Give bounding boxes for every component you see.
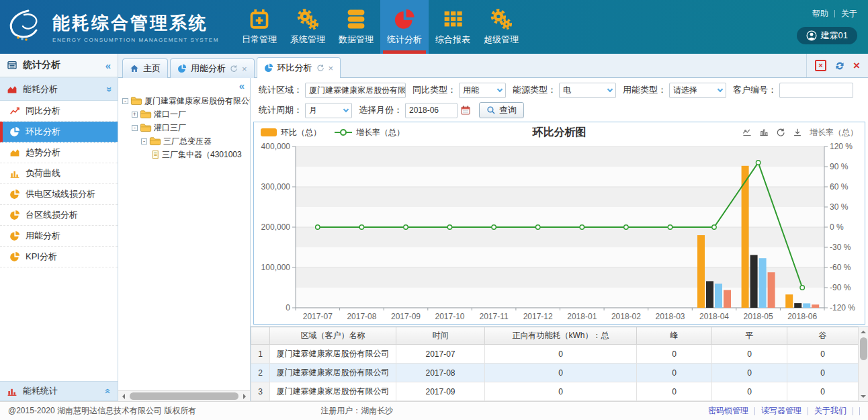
tree-node-三厂集中器（4301003[interactable]: 三厂集中器（4301003 [118, 148, 250, 161]
tree-toggle-icon[interactable]: - [141, 138, 147, 144]
scrollbar-thumb[interactable] [860, 337, 867, 360]
table-header[interactable]: 峰 [637, 327, 712, 345]
restore-icon[interactable] [776, 128, 785, 137]
period-select[interactable]: 月 [305, 103, 352, 118]
scrollbar-thumb[interactable] [130, 392, 238, 400]
sidebar-item-label: 用能分析 [26, 230, 60, 242]
nav-item-统计分析[interactable]: 统计分析 [380, 0, 429, 54]
tab-环比分析[interactable]: 环比分析× [257, 57, 341, 78]
nav-label: 数据管理 [339, 34, 374, 46]
legend-swatch [335, 132, 352, 133]
bar-chart-icon [9, 168, 20, 179]
switch-to-bar-icon[interactable] [759, 128, 769, 137]
month-label: 选择月份： [359, 104, 402, 116]
tree-node-厦门建霖健康家居股份有限公司[interactable]: -厦门建霖健康家居股份有限公司 [118, 94, 250, 108]
collapse-tree-icon[interactable]: « [239, 80, 245, 91]
tree-node-灌口一厂[interactable]: +灌口一厂 [118, 108, 250, 121]
sidebar-header: 统计分析 « [0, 54, 118, 78]
tab-refresh-icon[interactable] [230, 65, 238, 73]
nav-item-数据管理[interactable]: 数据管理 [332, 0, 380, 54]
close-tab-icon[interactable]: × [853, 60, 860, 71]
nav-item-系统管理[interactable]: 系统管理 [284, 0, 332, 54]
help-link[interactable]: 帮助 [812, 8, 828, 19]
table-row[interactable]: 1厦门建霖健康家居股份有限公司2017-070000 [251, 345, 859, 364]
tab-close-icon[interactable]: × [329, 64, 334, 73]
table-header[interactable]: 平 [712, 327, 787, 345]
content: 主页用能分析×环比分析× × × « -厦门建霖健康家居股份有限公司+灌口一厂-… [118, 54, 868, 401]
legend-swatch [261, 128, 277, 136]
gears-icon [296, 8, 320, 30]
tab-close-icon[interactable]: × [242, 65, 247, 73]
svg-text:30 %: 30 % [830, 202, 849, 212]
footer-link-密码锁管理[interactable]: 密码锁管理 [708, 405, 748, 417]
tree-panel: « -厦门建霖健康家居股份有限公司+灌口一厂-灌口三厂-三厂总变压器三厂集中器（… [118, 78, 251, 401]
tree-horizontal-scrollbar[interactable] [118, 390, 250, 401]
svg-text:2017-11: 2017-11 [480, 312, 509, 321]
table-header[interactable]: 时间 [396, 327, 485, 345]
table-row[interactable]: 3厦门建霖健康家居股份有限公司2017-090000 [251, 382, 859, 401]
sidebar-item-label: 同比分析 [26, 105, 60, 117]
switch-to-line-icon[interactable] [742, 128, 752, 137]
tree-node-三厂总变压器[interactable]: -三厂总变压器 [118, 134, 250, 148]
svg-text:0: 0 [286, 303, 290, 312]
sidebar-item-KPI分析[interactable]: KPI分析 [0, 247, 118, 267]
nav-item-超级管理[interactable]: 超级管理 [477, 0, 525, 54]
footer-link-读写器管理[interactable]: 读写器管理 [761, 405, 801, 417]
gears-icon [489, 8, 513, 30]
scroll-left-arrow[interactable] [118, 391, 128, 401]
user-menu[interactable]: 建霖01 [797, 27, 857, 44]
sidebar-item-台区线损分析[interactable]: 台区线损分析 [0, 205, 118, 226]
footer-link-关于我们[interactable]: 关于我们 [814, 405, 847, 417]
sidebar-item-环比分析[interactable]: 环比分析 [0, 122, 118, 142]
tab-主页[interactable]: 主页 [122, 58, 168, 78]
table-header[interactable]: 正向有功能耗（kWh）：总 [485, 327, 637, 345]
usage-type-select[interactable]: 请选择 [669, 83, 726, 98]
tree-toggle-icon[interactable]: - [122, 98, 128, 104]
month-input[interactable]: 2018-06 [405, 103, 458, 118]
sidebar-item-趋势分析[interactable]: 趋势分析 [0, 142, 118, 163]
folder-icon [140, 123, 152, 132]
footer: @2015-2020 湖南慧明达信息技术有限公司 版权所有 注册用户：湖南长沙 … [0, 401, 868, 420]
tree-toggle-icon[interactable]: + [132, 112, 138, 118]
document-icon [150, 150, 160, 159]
save-image-icon[interactable] [793, 128, 802, 137]
sidebar-group-energy-stats[interactable]: 能耗统计 « [0, 381, 118, 401]
tab-refresh-icon[interactable] [316, 64, 324, 72]
sidebar-item-供电区域线损分析[interactable]: 供电区域线损分析 [0, 184, 118, 205]
region-input[interactable]: 厦门建霖健康家居股份有限公司 [305, 83, 406, 98]
tree-node-灌口三厂[interactable]: -灌口三厂 [118, 121, 250, 134]
scroll-right-arrow[interactable] [240, 391, 250, 401]
calendar-icon[interactable] [460, 105, 471, 116]
table-row[interactable]: 2厦门建霖健康家居股份有限公司2017-080000 [251, 364, 859, 382]
footer-links: 密码锁管理读写器管理关于我们 [708, 405, 860, 417]
sidebar-group-energy-analysis[interactable]: 能耗分析 « [0, 78, 118, 101]
nav-item-综合报表[interactable]: 综合报表 [429, 0, 477, 54]
compare-type-select[interactable]: 用能 [459, 83, 506, 98]
logo-swan-icon [4, 7, 47, 46]
tab-label: 环比分析 [277, 62, 312, 74]
sidebar-item-负荷曲线[interactable]: 负荷曲线 [0, 163, 118, 184]
result-table: 区域（客户）名称时间正向有功能耗（kWh）：总峰平谷1厦门建霖健康家居股份有限公… [251, 327, 858, 401]
refresh-tab-icon[interactable] [834, 60, 845, 71]
about-link[interactable]: 关于 [841, 8, 857, 19]
table-header[interactable]: 区域（客户）名称 [270, 327, 396, 345]
scroll-down-arrow[interactable] [861, 392, 866, 401]
tree-toggle-icon[interactable]: - [132, 125, 138, 131]
legend-item-增长率（总）[interactable]: 增长率（总） [335, 127, 404, 138]
table-header[interactable] [251, 327, 270, 345]
sidebar-item-用能分析[interactable]: 用能分析 [0, 226, 118, 247]
query-button[interactable]: 查询 [479, 102, 524, 118]
collapse-sidebar-icon[interactable]: « [105, 60, 111, 71]
energy-type-select[interactable]: 电 [559, 83, 616, 98]
tab-用能分析[interactable]: 用能分析× [170, 58, 255, 78]
customer-no-input[interactable] [779, 83, 853, 98]
close-all-tabs-icon[interactable]: × [815, 60, 826, 71]
scroll-up-arrow[interactable] [861, 327, 866, 336]
legend-item-环比（总）[interactable]: 环比（总） [261, 127, 321, 138]
sidebar-item-同比分析[interactable]: 同比分析 [0, 101, 118, 122]
work-area: 统计区域： 厦门建霖健康家居股份有限公司 同比类型： 用能 能源类型： 电 用能… [251, 78, 868, 401]
table-vertical-scrollbar[interactable] [858, 327, 868, 401]
table-header[interactable]: 谷 [787, 327, 859, 345]
area-chart-icon [7, 84, 17, 95]
nav-item-日常管理[interactable]: 日常管理 [235, 0, 284, 54]
